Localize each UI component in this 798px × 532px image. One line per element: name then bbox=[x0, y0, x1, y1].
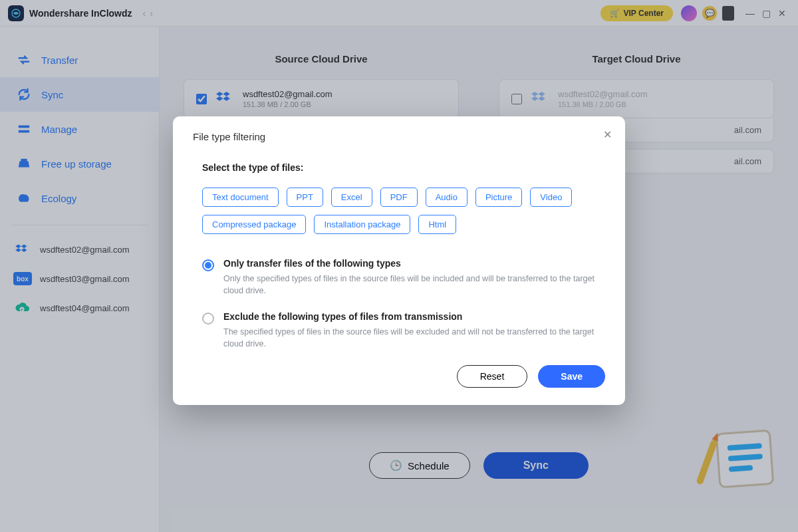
file-type-filtering-modal: File type filtering ✕ Select the type of… bbox=[173, 116, 625, 405]
chip-video[interactable]: Video bbox=[530, 188, 572, 207]
radio-only-transfer[interactable]: Only transfer files of the following typ… bbox=[202, 258, 596, 297]
reset-button[interactable]: Reset bbox=[457, 365, 528, 388]
radio-desc: Only the specified types of files in the… bbox=[223, 273, 596, 297]
chip-html[interactable]: Html bbox=[418, 215, 456, 234]
chip-compressed-package[interactable]: Compressed package bbox=[202, 215, 306, 234]
radio-label: Exclude the following types of files fro… bbox=[223, 311, 596, 322]
modal-overlay: File type filtering ✕ Select the type of… bbox=[0, 0, 798, 532]
radio-desc: The specified types of files in the sour… bbox=[223, 326, 596, 350]
modal-title: File type filtering bbox=[193, 131, 605, 142]
radio-icon[interactable] bbox=[202, 313, 214, 325]
modal-subtitle: Select the type of files: bbox=[202, 162, 605, 173]
radio-icon[interactable] bbox=[202, 259, 214, 271]
chip-excel[interactable]: Excel bbox=[331, 188, 372, 207]
chip-installation-package[interactable]: Installation package bbox=[314, 215, 410, 234]
save-button[interactable]: Save bbox=[538, 365, 605, 388]
radio-exclude[interactable]: Exclude the following types of files fro… bbox=[202, 311, 596, 350]
chip-audio[interactable]: Audio bbox=[426, 188, 467, 207]
chip-text-document[interactable]: Text document bbox=[202, 188, 279, 207]
radio-label: Only transfer files of the following typ… bbox=[223, 258, 596, 269]
close-icon[interactable]: ✕ bbox=[603, 128, 612, 141]
chip-pdf[interactable]: PDF bbox=[380, 188, 418, 207]
modal-actions: Reset Save bbox=[193, 365, 605, 388]
filter-mode-group: Only transfer files of the following typ… bbox=[193, 258, 605, 350]
file-type-chips: Text document PPT Excel PDF Audio Pictur… bbox=[193, 188, 605, 234]
chip-picture[interactable]: Picture bbox=[475, 188, 522, 207]
chip-ppt[interactable]: PPT bbox=[287, 188, 323, 207]
